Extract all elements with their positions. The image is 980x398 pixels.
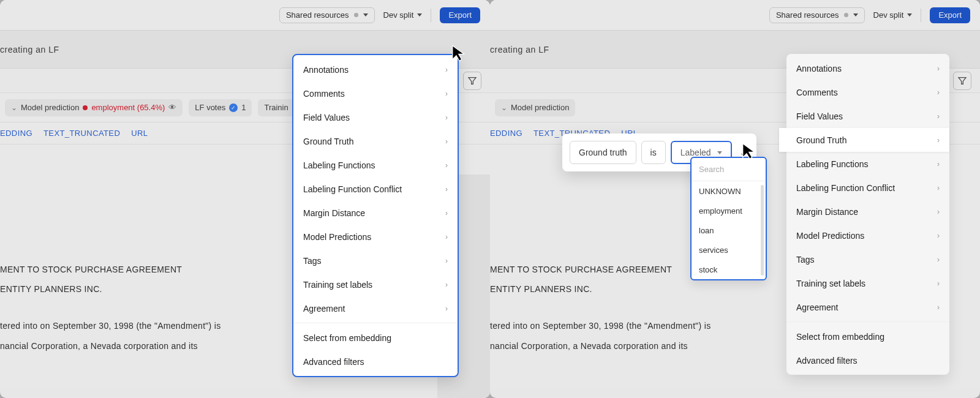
scrollbar[interactable] [761,185,764,276]
training-chip[interactable]: Trainin [258,99,294,116]
filter-option-training-set-labels[interactable]: Training set labels› [293,272,458,296]
chevron-right-icon: › [445,89,448,98]
filter-option-comments[interactable]: Comments› [293,81,458,105]
filter-option-lf-conflict[interactable]: Labeling Function Conflict› [786,176,949,200]
filter-option-comments[interactable]: Comments› [786,80,949,104]
filter-button[interactable] [953,72,971,90]
separator [786,321,949,322]
model-prediction-chip[interactable]: ⌄ Model prediction [495,99,575,116]
chevron-right-icon: › [937,208,940,216]
eye-icon[interactable]: 👁 [168,103,176,112]
dropdown-search-input[interactable]: Search [692,158,766,181]
field-link[interactable]: TEXT_TRUNCATED [43,129,120,138]
svg-marker-1 [959,78,966,84]
chevron-right-icon: › [937,279,940,288]
dev-split-select[interactable]: Dev split [873,10,913,20]
field-link[interactable]: EDDING [0,129,32,138]
dev-split-select[interactable]: Dev split [383,10,423,20]
dropdown-option[interactable]: UNKNOWN [692,181,766,201]
filter-operator-token[interactable]: is [641,141,666,164]
topbar: Shared resources Dev split Export [490,0,980,31]
divider [431,9,431,22]
chevron-right-icon: › [937,184,940,192]
filter-option-select-embedding[interactable]: Select from embedding [786,325,949,348]
filter-option-agreement[interactable]: Agreement› [293,296,458,320]
filter-button[interactable] [463,72,481,90]
chevron-right-icon: › [445,185,448,193]
shared-resources-label: Shared resources [286,10,349,20]
chevron-right-icon: › [937,136,940,145]
filter-icon [467,76,477,86]
shared-resources-select[interactable]: Shared resources [279,7,375,23]
filter-option-tags[interactable]: Tags› [786,247,949,271]
filter-option-agreement[interactable]: Agreement› [786,295,949,319]
filter-option-labeling-functions[interactable]: Labeling Functions› [786,152,949,176]
chevron-down-icon [853,13,858,17]
chevron-down-icon: ⌄ [501,103,507,112]
filter-option-margin-distance[interactable]: Margin Distance› [293,201,458,225]
lf-votes-count: 1 [241,103,246,112]
chevron-right-icon: › [445,280,448,289]
export-button[interactable]: Export [930,7,970,23]
training-label: Trainin [264,103,288,112]
dropdown-option[interactable]: stock [692,260,766,279]
chevron-right-icon: › [445,66,448,74]
filter-option-annotations[interactable]: Annotations› [293,58,458,81]
model-prediction-label: Model prediction [21,103,79,112]
model-prediction-chip[interactable]: ⌄ Model prediction employment (65.4%) 👁 [5,99,183,116]
chevron-right-icon: › [937,88,940,97]
filter-option-tags[interactable]: Tags› [293,249,458,272]
dropdown-option[interactable]: loan [692,220,766,240]
chevron-right-icon: › [937,303,940,312]
filter-option-lf-conflict[interactable]: Labeling Function Conflict› [293,177,458,201]
filter-value-label: Labeled [680,148,711,157]
status-dot-icon [354,13,358,17]
filter-option-annotations[interactable]: Annotations› [786,56,949,80]
filter-option-select-embedding[interactable]: Select from embedding [293,326,458,350]
dropdown-option[interactable]: employment [692,201,766,220]
chevron-right-icon: › [937,160,940,168]
filter-option-margin-distance[interactable]: Margin Distance› [786,200,949,223]
chevron-right-icon: › [937,231,940,240]
shared-resources-select[interactable]: Shared resources [769,7,865,23]
filter-option-advanced[interactable]: Advanced filters [786,348,949,372]
model-prediction-label: Model prediction [511,103,569,112]
lf-votes-label: LF votes [195,103,225,112]
dropdown-option[interactable]: services [692,240,766,260]
filter-option-advanced[interactable]: Advanced filters [293,350,458,374]
caret-down-icon [907,13,912,17]
cursor-icon [741,142,759,160]
left-pane: Shared resources Dev split Export creati… [0,0,490,398]
caret-down-icon [417,13,422,17]
chevron-right-icon: › [445,161,448,170]
export-button[interactable]: Export [440,7,480,23]
context-text: creating an LF [490,45,549,54]
chevron-right-icon: › [445,137,448,146]
filter-option-training-set-labels[interactable]: Training set labels› [786,271,949,295]
chevron-right-icon: › [445,113,448,122]
filter-option-ground-truth[interactable]: Ground Truth› [293,129,458,153]
field-link[interactable]: URL [131,129,148,138]
label-color-dot-icon [83,105,88,110]
chevron-right-icon: › [937,255,940,264]
filter-value-dropdown: Search UNKNOWN employment loan services … [690,157,767,280]
right-pane: Shared resources Dev split Export creati… [490,0,980,398]
divider [921,9,921,22]
shared-resources-label: Shared resources [776,10,839,20]
filter-option-ground-truth[interactable]: Ground Truth› [779,128,949,152]
filter-field-token[interactable]: Ground truth [570,141,636,164]
filter-option-model-predictions[interactable]: Model Predictions› [293,225,458,249]
topbar: Shared resources Dev split Export [0,0,490,31]
filter-popover: Annotations› Comments› Field Values› Gro… [786,54,949,375]
dev-split-label: Dev split [873,10,904,20]
cursor-icon [450,44,469,62]
filter-option-field-values[interactable]: Field Values› [786,104,949,128]
filter-option-labeling-functions[interactable]: Labeling Functions› [293,153,458,177]
filter-option-model-predictions[interactable]: Model Predictions› [786,223,949,247]
lf-votes-chip[interactable]: LF votes ✓ 1 [189,99,252,116]
chevron-right-icon: › [445,209,448,217]
filter-icon [957,76,967,86]
field-link[interactable]: EDDING [490,129,522,138]
separator [293,323,458,323]
filter-option-field-values[interactable]: Field Values› [293,105,458,129]
